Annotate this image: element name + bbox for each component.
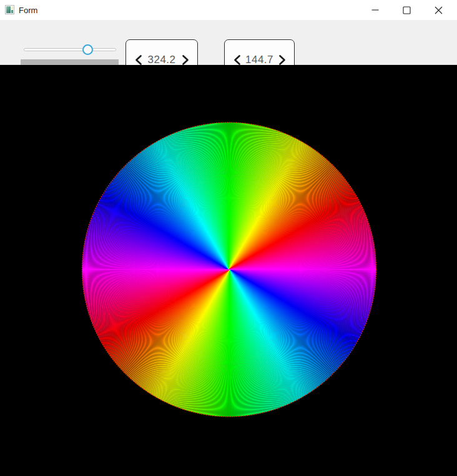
window-controls <box>359 0 455 20</box>
spinbox-2-increment-button[interactable] <box>277 54 287 66</box>
toolbar: Radius 324.2 144.7 <box>0 20 457 65</box>
spinbox-2-value[interactable]: 144.7 <box>242 54 277 66</box>
drawing-area <box>0 65 457 476</box>
titlebar: Form <box>0 0 457 20</box>
close-icon <box>435 6 443 14</box>
slider-handle[interactable] <box>82 44 93 55</box>
minimize-button[interactable] <box>359 0 391 20</box>
chevron-right-icon <box>182 54 190 66</box>
maximize-icon <box>403 6 411 14</box>
spinbox-1-increment-button[interactable] <box>180 54 190 66</box>
slider-track[interactable] <box>24 48 116 51</box>
app-window-icon <box>5 5 14 14</box>
chevron-left-icon <box>233 54 241 66</box>
spinbox-1-value[interactable]: 324.2 <box>143 54 180 66</box>
color-wheel-canvas <box>0 65 457 476</box>
maximize-button[interactable] <box>391 0 423 20</box>
spinbox-1-decrement-button[interactable] <box>133 54 143 66</box>
app-window: Form Radiu <box>0 0 457 476</box>
chevron-right-icon <box>278 54 287 66</box>
close-button[interactable] <box>423 0 455 20</box>
spinbox-2-decrement-button[interactable] <box>232 54 242 66</box>
app-icon-pane <box>6 6 11 13</box>
radius-slider[interactable] <box>24 44 116 55</box>
window-title: Form <box>19 0 37 20</box>
app-icon-pane <box>11 6 13 13</box>
minimize-icon <box>371 6 379 14</box>
chevron-left-icon <box>134 54 142 66</box>
